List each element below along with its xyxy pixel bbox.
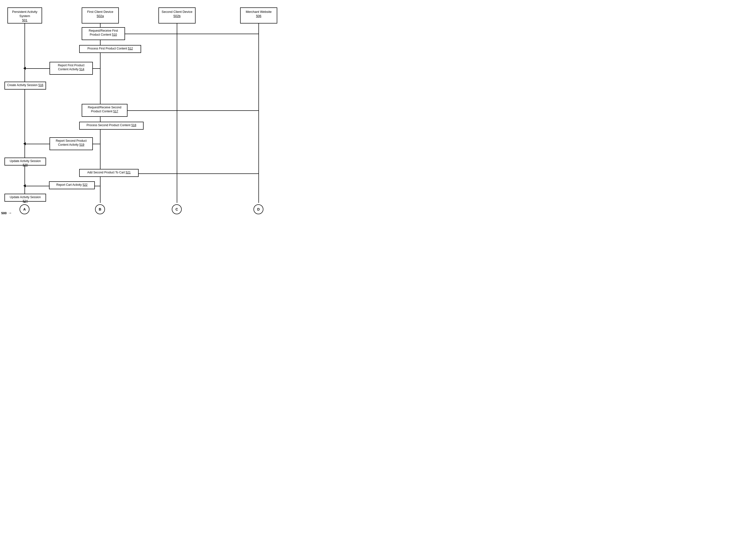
- actor-c-sublabel: 502b: [174, 14, 181, 18]
- message-512: Process First Product Content 512: [79, 45, 141, 53]
- diagram-container: Persistent Activity System 501 First Cli…: [0, 0, 322, 223]
- message-521: Add Second Product To Cart 521: [79, 169, 139, 177]
- message-521-label: Add Second Product To Cart 521: [87, 171, 130, 174]
- message-514-label: Report First ProductContent Activity 514: [58, 64, 84, 71]
- actor-a-sublabel: 501: [22, 18, 27, 22]
- arrow-519-head: [23, 142, 26, 145]
- message-510: Request/Receive FirstProduct Content 510: [82, 27, 125, 40]
- lifeline-a: [25, 24, 25, 203]
- actor-first-client-device: First Client Device 502a: [82, 7, 119, 24]
- actor-b-sublabel: 502a: [97, 14, 104, 18]
- message-517: Request/Receive SecondProduct Content 51…: [82, 104, 127, 117]
- message-516-label: Create Activity Session 516: [7, 83, 43, 87]
- actor-persistent-activity-system: Persistent Activity System 501: [7, 7, 42, 24]
- actor-d-sublabel: 506: [256, 14, 261, 18]
- message-524-label: Update Activity Session 524: [10, 196, 41, 203]
- arrow-522-head: [23, 184, 26, 187]
- actor-b-label: First Client Device: [87, 10, 113, 14]
- message-512-label: Process First Product Content 512: [87, 47, 133, 50]
- actor-d-label: Merchant Website: [246, 10, 272, 14]
- circle-b: B: [95, 204, 105, 214]
- circle-d: D: [253, 204, 263, 214]
- message-517-label: Request/Receive SecondProduct Content 51…: [88, 106, 121, 113]
- message-510-label: Request/Receive FirstProduct Content 510: [89, 29, 118, 36]
- message-519: Report Second ProductContent Activity 51…: [50, 137, 93, 150]
- message-520-label: Update Activity Session 520: [10, 159, 41, 167]
- message-522: Report Cart Activity 522: [49, 181, 95, 189]
- lifeline-d: [258, 24, 259, 203]
- message-518: Process Second Product Content 518: [79, 122, 144, 130]
- message-522-label: Report Cart Activity 522: [56, 183, 87, 187]
- message-519-label: Report Second ProductContent Activity 51…: [56, 139, 87, 147]
- diagram-ref-label: 500 →: [1, 211, 12, 215]
- message-520: Update Activity Session 520: [4, 158, 46, 166]
- lifeline-c: [177, 24, 177, 203]
- message-516: Create Activity Session 516: [4, 82, 46, 90]
- arrow-514-head: [23, 67, 26, 70]
- message-514: Report First ProductContent Activity 514: [50, 62, 93, 75]
- circle-a: A: [20, 204, 29, 214]
- actor-second-client-device: Second Client Device 502b: [158, 7, 196, 24]
- message-524: Update Activity Session 524: [4, 194, 46, 202]
- actor-c-label: Second Client Device: [162, 10, 192, 14]
- circle-c: C: [172, 204, 182, 214]
- actor-merchant-website: Merchant Website 506: [240, 7, 277, 24]
- actor-a-label: Persistent Activity System: [12, 10, 37, 18]
- message-518-label: Process Second Product Content 518: [87, 124, 136, 127]
